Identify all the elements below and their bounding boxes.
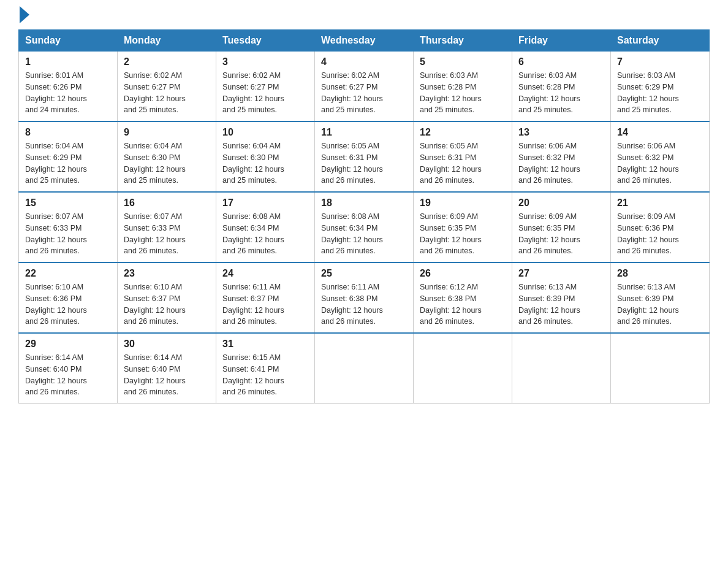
day-number: 26 xyxy=(420,268,506,279)
day-info: Sunrise: 6:09 AMSunset: 6:36 PMDaylight:… xyxy=(617,211,703,257)
day-number: 2 xyxy=(124,56,210,67)
calendar-cell: 13Sunrise: 6:06 AMSunset: 6:32 PMDayligh… xyxy=(512,121,611,192)
day-number: 10 xyxy=(222,127,308,138)
day-number: 8 xyxy=(25,127,111,138)
day-info: Sunrise: 6:14 AMSunset: 6:40 PMDaylight:… xyxy=(25,352,111,398)
calendar-cell: 27Sunrise: 6:13 AMSunset: 6:39 PMDayligh… xyxy=(512,262,611,333)
calendar-header-sunday: Sunday xyxy=(19,30,118,52)
day-number: 3 xyxy=(222,56,308,67)
day-info: Sunrise: 6:09 AMSunset: 6:35 PMDaylight:… xyxy=(518,211,604,257)
day-info: Sunrise: 6:10 AMSunset: 6:37 PMDaylight:… xyxy=(124,282,210,327)
page-header xyxy=(18,12,710,23)
day-info: Sunrise: 6:03 AMSunset: 6:29 PMDaylight:… xyxy=(617,70,703,116)
day-info: Sunrise: 6:12 AMSunset: 6:38 PMDaylight:… xyxy=(420,282,506,327)
calendar-cell xyxy=(512,333,611,404)
day-number: 5 xyxy=(420,56,506,67)
day-info: Sunrise: 6:06 AMSunset: 6:32 PMDaylight:… xyxy=(518,140,604,186)
day-info: Sunrise: 6:03 AMSunset: 6:28 PMDaylight:… xyxy=(518,70,604,116)
calendar-cell: 7Sunrise: 6:03 AMSunset: 6:29 PMDaylight… xyxy=(611,52,710,122)
day-info: Sunrise: 6:05 AMSunset: 6:31 PMDaylight:… xyxy=(420,140,506,186)
calendar-cell: 11Sunrise: 6:05 AMSunset: 6:31 PMDayligh… xyxy=(315,121,414,192)
day-info: Sunrise: 6:04 AMSunset: 6:30 PMDaylight:… xyxy=(124,140,210,186)
day-info: Sunrise: 6:13 AMSunset: 6:39 PMDaylight:… xyxy=(518,282,604,327)
day-number: 22 xyxy=(25,268,111,279)
calendar-header-saturday: Saturday xyxy=(611,30,710,52)
day-info: Sunrise: 6:10 AMSunset: 6:36 PMDaylight:… xyxy=(25,282,111,327)
day-info: Sunrise: 6:11 AMSunset: 6:38 PMDaylight:… xyxy=(321,282,407,327)
calendar-cell: 10Sunrise: 6:04 AMSunset: 6:30 PMDayligh… xyxy=(216,121,315,192)
calendar-header-wednesday: Wednesday xyxy=(315,30,414,52)
calendar-header-row: SundayMondayTuesdayWednesdayThursdayFrid… xyxy=(19,30,710,52)
calendar-cell: 23Sunrise: 6:10 AMSunset: 6:37 PMDayligh… xyxy=(118,262,216,333)
day-info: Sunrise: 6:15 AMSunset: 6:41 PMDaylight:… xyxy=(222,352,308,398)
day-info: Sunrise: 6:13 AMSunset: 6:39 PMDaylight:… xyxy=(617,282,703,327)
day-info: Sunrise: 6:11 AMSunset: 6:37 PMDaylight:… xyxy=(222,282,308,327)
calendar-cell: 14Sunrise: 6:06 AMSunset: 6:32 PMDayligh… xyxy=(611,121,710,192)
day-info: Sunrise: 6:14 AMSunset: 6:40 PMDaylight:… xyxy=(124,352,210,398)
day-info: Sunrise: 6:05 AMSunset: 6:31 PMDaylight:… xyxy=(321,140,407,186)
day-number: 6 xyxy=(518,56,604,67)
day-info: Sunrise: 6:01 AMSunset: 6:26 PMDaylight:… xyxy=(25,70,111,116)
day-info: Sunrise: 6:02 AMSunset: 6:27 PMDaylight:… xyxy=(222,70,308,116)
day-number: 7 xyxy=(617,56,703,67)
day-number: 14 xyxy=(617,127,703,138)
day-number: 12 xyxy=(420,127,506,138)
calendar-cell: 19Sunrise: 6:09 AMSunset: 6:35 PMDayligh… xyxy=(414,192,512,262)
day-number: 20 xyxy=(518,197,604,209)
calendar-table: SundayMondayTuesdayWednesdayThursdayFrid… xyxy=(18,29,710,404)
day-number: 16 xyxy=(124,197,210,209)
calendar-cell: 25Sunrise: 6:11 AMSunset: 6:38 PMDayligh… xyxy=(315,262,414,333)
day-info: Sunrise: 6:02 AMSunset: 6:27 PMDaylight:… xyxy=(124,70,210,116)
day-number: 30 xyxy=(124,339,210,350)
calendar-week-row: 8Sunrise: 6:04 AMSunset: 6:29 PMDaylight… xyxy=(19,121,710,192)
calendar-cell: 5Sunrise: 6:03 AMSunset: 6:28 PMDaylight… xyxy=(414,52,512,122)
day-number: 17 xyxy=(222,197,308,209)
day-info: Sunrise: 6:04 AMSunset: 6:30 PMDaylight:… xyxy=(222,140,308,186)
day-number: 28 xyxy=(617,268,703,279)
calendar-header-thursday: Thursday xyxy=(414,30,512,52)
calendar-cell: 3Sunrise: 6:02 AMSunset: 6:27 PMDaylight… xyxy=(216,52,315,122)
day-number: 1 xyxy=(25,56,111,67)
calendar-cell: 18Sunrise: 6:08 AMSunset: 6:34 PMDayligh… xyxy=(315,192,414,262)
calendar-cell: 22Sunrise: 6:10 AMSunset: 6:36 PMDayligh… xyxy=(19,262,118,333)
day-number: 13 xyxy=(518,127,604,138)
day-number: 15 xyxy=(25,197,111,209)
calendar-week-row: 15Sunrise: 6:07 AMSunset: 6:33 PMDayligh… xyxy=(19,192,710,262)
day-number: 4 xyxy=(321,56,407,67)
calendar-week-row: 1Sunrise: 6:01 AMSunset: 6:26 PMDaylight… xyxy=(19,52,710,122)
calendar-cell xyxy=(315,333,414,404)
calendar-cell: 17Sunrise: 6:08 AMSunset: 6:34 PMDayligh… xyxy=(216,192,315,262)
day-number: 27 xyxy=(518,268,604,279)
day-info: Sunrise: 6:08 AMSunset: 6:34 PMDaylight:… xyxy=(321,211,407,257)
calendar-cell: 21Sunrise: 6:09 AMSunset: 6:36 PMDayligh… xyxy=(611,192,710,262)
day-info: Sunrise: 6:02 AMSunset: 6:27 PMDaylight:… xyxy=(321,70,407,116)
day-number: 18 xyxy=(321,197,407,209)
day-info: Sunrise: 6:07 AMSunset: 6:33 PMDaylight:… xyxy=(124,211,210,257)
calendar-header-monday: Monday xyxy=(118,30,216,52)
calendar-header-friday: Friday xyxy=(512,30,611,52)
day-info: Sunrise: 6:06 AMSunset: 6:32 PMDaylight:… xyxy=(617,140,703,186)
calendar-week-row: 22Sunrise: 6:10 AMSunset: 6:36 PMDayligh… xyxy=(19,262,710,333)
calendar-cell: 28Sunrise: 6:13 AMSunset: 6:39 PMDayligh… xyxy=(611,262,710,333)
day-number: 19 xyxy=(420,197,506,209)
calendar-cell: 24Sunrise: 6:11 AMSunset: 6:37 PMDayligh… xyxy=(216,262,315,333)
day-number: 24 xyxy=(222,268,308,279)
logo-arrow-icon xyxy=(20,6,29,23)
calendar-cell: 12Sunrise: 6:05 AMSunset: 6:31 PMDayligh… xyxy=(414,121,512,192)
calendar-cell: 6Sunrise: 6:03 AMSunset: 6:28 PMDaylight… xyxy=(512,52,611,122)
calendar-cell: 1Sunrise: 6:01 AMSunset: 6:26 PMDaylight… xyxy=(19,52,118,122)
calendar-cell: 31Sunrise: 6:15 AMSunset: 6:41 PMDayligh… xyxy=(216,333,315,404)
day-number: 9 xyxy=(124,127,210,138)
day-number: 23 xyxy=(124,268,210,279)
day-info: Sunrise: 6:03 AMSunset: 6:28 PMDaylight:… xyxy=(420,70,506,116)
day-info: Sunrise: 6:09 AMSunset: 6:35 PMDaylight:… xyxy=(420,211,506,257)
day-info: Sunrise: 6:04 AMSunset: 6:29 PMDaylight:… xyxy=(25,140,111,186)
calendar-cell xyxy=(414,333,512,404)
calendar-cell: 8Sunrise: 6:04 AMSunset: 6:29 PMDaylight… xyxy=(19,121,118,192)
day-number: 21 xyxy=(617,197,703,209)
day-number: 29 xyxy=(25,339,111,350)
day-info: Sunrise: 6:07 AMSunset: 6:33 PMDaylight:… xyxy=(25,211,111,257)
logo xyxy=(18,12,29,23)
day-number: 31 xyxy=(222,339,308,350)
calendar-cell: 29Sunrise: 6:14 AMSunset: 6:40 PMDayligh… xyxy=(19,333,118,404)
